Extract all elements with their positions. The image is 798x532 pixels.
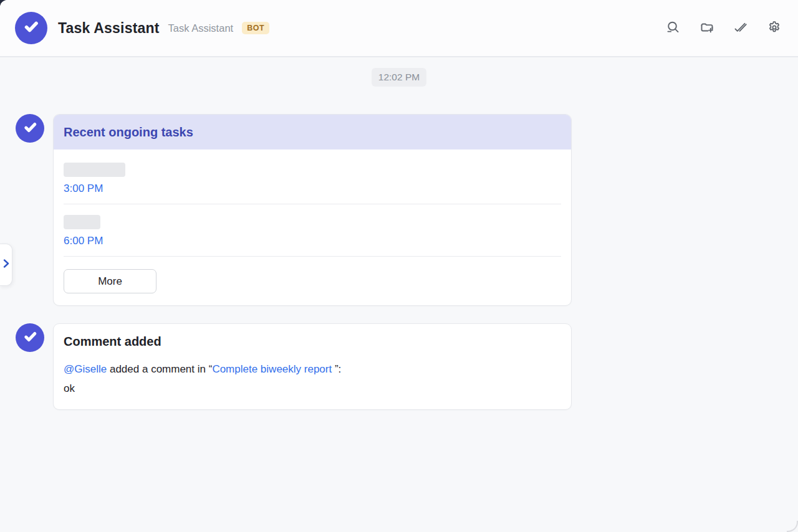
task-name-skeleton xyxy=(64,215,100,229)
comment-line: @Giselle added a comment in “Complete bi… xyxy=(64,362,561,377)
timestamp: 12:02 PM xyxy=(372,68,426,87)
divider xyxy=(64,256,561,257)
tasks-card-title: Recent ongoing tasks xyxy=(64,125,193,139)
search-icon xyxy=(666,20,681,37)
settings-button[interactable] xyxy=(764,18,784,38)
tasks-card-header: Recent ongoing tasks xyxy=(54,115,571,150)
message-tasks: Recent ongoing tasks 3:00 PM 6:00 PM Mor… xyxy=(0,114,798,306)
comment-text-after: ”: xyxy=(332,363,341,375)
mark-all-read-icon xyxy=(733,20,748,37)
tasks-card-body: 3:00 PM 6:00 PM More xyxy=(54,163,571,293)
comment-card: Comment added @Giselle added a comment i… xyxy=(53,323,572,410)
task-check-icon xyxy=(22,17,41,39)
message-comment: Comment added @Giselle added a comment i… xyxy=(0,323,798,410)
comment-card-title: Comment added xyxy=(64,335,561,349)
divider xyxy=(64,204,561,204)
chevron-right-icon xyxy=(3,259,9,270)
bot-avatar[interactable] xyxy=(16,114,44,143)
tasks-card: Recent ongoing tasks 3:00 PM 6:00 PM Mor… xyxy=(53,114,572,306)
chat-area: 12:02 PM Recent ongoing tasks 3:00 PM xyxy=(0,57,798,410)
bot-avatar[interactable] xyxy=(15,12,47,44)
task-item: 3:00 PM xyxy=(64,163,561,204)
search-button[interactable] xyxy=(663,18,683,38)
task-item: 6:00 PM xyxy=(64,215,561,257)
task-name-skeleton xyxy=(64,163,125,177)
bot-badge: BOT xyxy=(242,22,269,34)
task-title-link[interactable]: Complete biweekly report xyxy=(212,363,332,375)
task-assistant-window: Task Assistant Task Assistant BOT xyxy=(0,0,798,532)
new-tab-icon xyxy=(699,20,714,37)
chat-header: Task Assistant Task Assistant BOT xyxy=(0,0,798,57)
new-tab-button[interactable] xyxy=(697,18,717,38)
comment-text-before: added a comment in “ xyxy=(107,363,212,375)
header-actions xyxy=(663,18,784,38)
chat-subtitle: Task Assistant xyxy=(168,22,234,34)
comment-body-text: ok xyxy=(64,381,561,396)
chat-title: Task Assistant xyxy=(58,20,160,37)
mark-all-read-button[interactable] xyxy=(731,18,751,38)
task-due-time-link[interactable]: 6:00 PM xyxy=(64,235,103,247)
task-check-icon xyxy=(22,119,39,138)
task-due-time-link[interactable]: 3:00 PM xyxy=(64,183,103,195)
bot-avatar[interactable] xyxy=(16,323,44,352)
settings-icon xyxy=(767,20,782,37)
task-check-icon xyxy=(22,328,39,348)
sidebar-expand-handle[interactable] xyxy=(0,244,12,286)
mention-link[interactable]: @Giselle xyxy=(64,363,107,375)
more-button[interactable]: More xyxy=(64,269,156,293)
window-corner xyxy=(787,521,798,532)
